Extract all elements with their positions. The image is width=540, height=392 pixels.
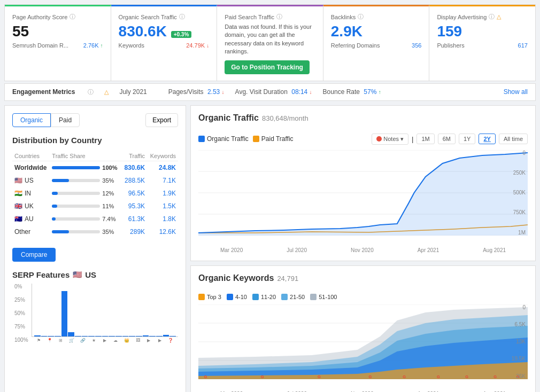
svg-text:G: G	[261, 374, 264, 379]
traffic-share: 11%	[50, 200, 121, 213]
warn-icon: △	[497, 13, 501, 20]
keywords-chart: G G G G G G G G G	[198, 304, 528, 379]
serp-bar	[41, 336, 48, 336]
display-advertising-label: Display Advertising ⓘ △	[437, 13, 528, 21]
organic-chart-wrapper: 1M 750K 500K 250K 0	[198, 150, 528, 246]
export-button[interactable]: Export	[145, 113, 178, 127]
info-icon[interactable]: ⓘ	[70, 13, 75, 21]
svg-text:G: G	[403, 374, 406, 379]
show-all-link[interactable]: Show all	[504, 88, 528, 96]
organic-chart-controls: Organic Traffic Paid Traffic Notes ▾ |	[198, 134, 528, 145]
time-1m-button[interactable]: 1M	[416, 134, 434, 144]
trend-down-icon: ↓	[206, 43, 209, 49]
serp-bar	[163, 335, 169, 336]
notes-button[interactable]: Notes ▾	[372, 134, 408, 145]
kw-11-20-legend: 11-20	[252, 294, 276, 300]
paid-tab[interactable]: Paid	[51, 113, 80, 127]
table-row: 🇦🇺AU 7.4% 61.3K1.8K	[12, 213, 178, 225]
keywords-value: 12.6K	[147, 225, 178, 238]
keywords-chart-wrapper: G G G G G G G G G 26K 19.5K 13K 6.	[198, 304, 528, 390]
backlinks-sub: Referring Domains 356	[331, 42, 422, 49]
country-name: Other	[12, 225, 50, 238]
paid-search-label: Paid Search Traffic ⓘ	[225, 13, 315, 21]
keywords-value: 1.5K	[147, 200, 178, 213]
serp-bar	[82, 336, 88, 336]
keywords-value: 1.8K	[147, 213, 178, 225]
time-1y-button[interactable]: 1Y	[459, 134, 475, 144]
keywords-legend: Top 3 4-10 11-20 21-50	[198, 294, 528, 300]
bounce-rate-up-icon: ↑	[379, 89, 381, 95]
table-row: Other 35% 289K12.6K	[12, 225, 178, 238]
keywords-value: 24.8K	[147, 161, 178, 174]
organic-traffic-legend: Organic Traffic	[198, 135, 249, 143]
svg-text:G: G	[318, 374, 321, 379]
organic-traffic-subtitle: 830,648/month	[262, 114, 308, 122]
distribution-title: Distribution by Country	[12, 136, 178, 145]
serp-icon-labels: ⚑📍⊞🛒 🔗★▶☁ 👑🖼▶▶ ❓	[32, 338, 178, 343]
traffic-share: 7.4%	[50, 213, 121, 225]
organic-search-label: Organic Search Traffic ⓘ	[119, 13, 210, 21]
traffic-share: 12%	[50, 187, 121, 200]
svg-marker-5	[198, 153, 528, 236]
traffic-share: 35%	[50, 225, 121, 238]
svg-text:G: G	[465, 374, 468, 379]
engagement-label: Engagement Metrics	[12, 88, 75, 96]
kw-51-100-legend: 51-100	[310, 294, 337, 300]
display-advertising-value: 159	[437, 23, 528, 40]
traffic-value: 289K	[121, 225, 147, 238]
kw-51-100-dot	[310, 294, 317, 300]
backlinks-value: 2.9K	[331, 23, 422, 40]
organic-traffic-chart	[198, 150, 528, 236]
time-6m-button[interactable]: 6M	[438, 134, 456, 144]
right-panel: Organic Traffic 830,648/month Organic Tr…	[190, 105, 536, 392]
go-to-position-tracking-button[interactable]: Go to Position Tracking	[225, 60, 310, 74]
chart-time-controls: Notes ▾ | 1M 6M 1Y 2Y All time	[372, 134, 528, 145]
engagement-bar: Engagement Metrics ⓘ △ July 2021 Pages/V…	[4, 83, 536, 101]
organic-search-value: 830.6K +0.3%	[119, 23, 210, 40]
time-all-button[interactable]: All time	[499, 134, 528, 144]
page-authority-label: Page Authority Score ⓘ	[12, 13, 103, 21]
serp-bar	[75, 336, 81, 336]
serp-bar	[169, 336, 176, 336]
info-icon[interactable]: ⓘ	[358, 13, 364, 21]
page-authority-value: 55	[12, 23, 103, 40]
info-icon[interactable]: ⓘ	[489, 13, 495, 21]
kw-21-50-legend: 21-50	[281, 294, 305, 300]
serp-bar	[61, 291, 68, 336]
info-icon[interactable]: ⓘ	[179, 13, 185, 21]
col-keywords: Keywords	[147, 151, 178, 161]
serp-chart	[32, 284, 178, 337]
organic-traffic-section: Organic Traffic 830,648/month Organic Tr…	[190, 105, 536, 261]
engagement-info-icon[interactable]: ⓘ	[88, 88, 94, 96]
serp-bar	[88, 336, 95, 336]
serp-chart-container: 100% 75% 50% 25% 0% ⚑📍⊞🛒 🔗★▶☁ 👑🖼▶▶ ❓	[32, 284, 178, 343]
keywords-y-labels: 26K 19.5K 13K 6.5K 0	[506, 304, 528, 379]
organic-traffic-title: Organic Traffic	[198, 113, 259, 123]
metrics-row: Page Authority Score ⓘ 55 Semrush Domain…	[4, 4, 536, 81]
serp-bar	[48, 336, 54, 336]
avg-visit-down-icon: ↓	[310, 89, 312, 95]
chevron-down-icon: ▾	[400, 136, 404, 143]
traffic-value: 95.3K	[121, 200, 147, 213]
organic-tab[interactable]: Organic	[12, 113, 51, 127]
serp-bar	[95, 336, 102, 336]
serp-features-title: SERP Features 🇺🇸 US	[12, 270, 178, 279]
backlinks-label: Backlinks ⓘ	[331, 13, 422, 21]
country-name: 🇮🇳IN	[12, 187, 50, 200]
svg-text:G: G	[369, 374, 372, 379]
info-icon[interactable]: ⓘ	[276, 13, 282, 21]
paid-traffic-legend: Paid Traffic	[253, 135, 294, 143]
paid-search-message: Data was not found. If this is your doma…	[225, 23, 315, 56]
compare-button[interactable]: Compare	[12, 248, 56, 262]
keywords-value: 1.9K	[147, 187, 178, 200]
paid-legend-dot	[253, 136, 259, 142]
time-2y-button[interactable]: 2Y	[479, 134, 495, 144]
serp-bar	[156, 336, 163, 336]
backlinks-card: Backlinks ⓘ 2.9K Referring Domains 356	[323, 5, 430, 81]
traffic-share: 100%	[50, 161, 121, 174]
country-table: Countries Traffic Share Traffic Keywords…	[12, 151, 178, 238]
organic-search-sub: Keywords 24.79K ↓	[119, 42, 210, 49]
organic-legend-dot	[198, 136, 205, 142]
col-traffic: Traffic	[121, 151, 147, 161]
serp-bar	[129, 336, 135, 336]
